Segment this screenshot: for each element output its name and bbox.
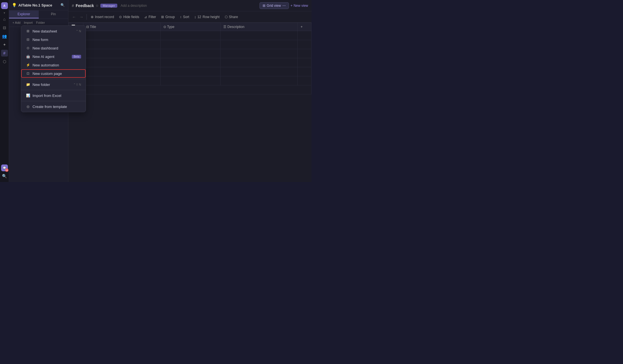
import-button[interactable]: Import [23,20,34,25]
sidebar-search-button[interactable]: 🔍 [60,2,65,8]
description-cell[interactable] [220,40,298,49]
hide-fields-button[interactable]: ⊙ Hide fields [117,14,141,20]
sidebar-tabs: Explorer Pin [9,10,68,19]
add-column-header[interactable]: + [298,23,312,31]
type-cell[interactable] [160,58,220,67]
toolbar-divider-1 [86,14,87,20]
beta-badge: Beta [72,55,81,58]
filter-button[interactable]: ⊿ Filter [142,14,158,20]
explore-icon[interactable]: ✦ [1,41,8,48]
icon-bar: A ▾ ⌂ ⊟ 👥 ✦ # ⬡ 💬 34 🔍 [0,0,9,182]
menu-item-new-ai-agent[interactable]: 🤖 New AI agent Beta [21,52,86,61]
description-cell[interactable] [220,31,298,40]
form-icon: ⊟ [26,37,30,42]
plus-icon: + [291,4,293,8]
filter-icon: ⊿ [144,15,147,19]
title-cell[interactable] [83,58,160,67]
title-column-header[interactable]: ⊟ Title [83,23,160,31]
menu-item-new-automation[interactable]: ⚡ New automation [21,61,86,69]
folder-button[interactable]: Folder [35,20,46,25]
menu-divider-1 [21,79,86,79]
sort-button[interactable]: ↕ Sort [178,14,191,20]
add-button[interactable]: + Add [11,20,21,25]
table-row: 6 [69,76,312,85]
search-icon-bottom[interactable]: 🔍 [1,173,8,179]
title-cell[interactable] [83,67,160,76]
redo-button[interactable]: → [78,14,85,20]
star-icon[interactable]: ☆ [96,4,99,8]
description-column-header[interactable]: ☰ Description [220,23,298,31]
datasheet-shortcut: ⌃N [76,29,81,33]
row-height-button[interactable]: ↨ 12 Row height [192,14,222,20]
menu-divider-3 [21,101,86,101]
create-template-label: Create from template [33,105,81,109]
hide-fields-label: Hide fields [123,15,139,19]
description-cell[interactable] [220,76,298,85]
add-row-cell[interactable]: + [69,85,312,94]
type-cell[interactable] [160,49,220,58]
title-cell[interactable] [83,76,160,85]
notification-icon[interactable]: 💬 34 [1,164,8,171]
type-cell[interactable] [160,67,220,76]
pin-tab[interactable]: Pin [39,10,68,18]
new-datasheet-label: New datasheet [33,29,73,33]
sort-icon: ↕ [180,15,181,19]
table-icon[interactable]: ⊟ [1,24,8,31]
menu-item-new-form[interactable]: ⊟ New form [21,35,86,44]
context-menu: ⊞ New datasheet ⌃N ⊟ New form ⊙ New dash… [21,25,86,112]
home-icon[interactable]: ⌂ [1,16,8,23]
type-cell[interactable] [160,40,220,49]
description-cell[interactable] [220,49,298,58]
type-cell[interactable] [160,31,220,40]
insert-record-button[interactable]: ⊕ Insert record [88,14,116,20]
table-title-area: # Feedback ☆ Manager [72,3,117,8]
menu-item-new-folder[interactable]: 📁 New folder ⌃⇧N [21,80,86,89]
table-row: 1 [69,31,312,40]
title-cell[interactable] [83,49,160,58]
menu-item-create-template[interactable]: ◎ Create from template [21,102,86,111]
grid-view-button[interactable]: ⊞ Grid view ⋯ [259,2,289,9]
share-button[interactable]: ⬡ Share [222,14,240,20]
group-button[interactable]: ⊞ Group [159,14,177,20]
collapse-icon[interactable]: ▾ [4,11,5,14]
excel-icon: 📊 [26,93,30,98]
top-header: # Feedback ☆ Manager Add a description ⊞… [68,0,312,11]
description-cell[interactable] [220,58,298,67]
menu-divider-2 [21,90,86,90]
folder-icon: 📁 [26,82,30,87]
menu-item-new-dashboard[interactable]: ⊙ New dashboard [21,44,86,52]
explorer-tab[interactable]: Explorer [9,10,39,18]
avatar-letter: A [3,4,6,7]
type-column-header[interactable]: ⊙ Type [160,23,220,31]
add-row-button[interactable]: + [69,86,311,94]
menu-item-import-excel[interactable]: 📊 Import from Excel [21,91,86,100]
table-description[interactable]: Add a description [121,4,147,8]
undo-button[interactable]: ← [71,14,77,20]
custom-page-icon: ⊡ [26,71,30,76]
menu-item-new-datasheet[interactable]: ⊞ New datasheet ⌃N [21,27,86,35]
description-cell[interactable] [220,67,298,76]
insert-record-label: Insert record [95,15,114,19]
sidebar-header: 💡 AITable No.1 Space 🔍 [9,0,68,10]
type-cell[interactable] [160,76,220,85]
title-cell[interactable] [83,31,160,40]
grid-view-more-icon[interactable]: ⋯ [282,4,286,8]
shield-icon[interactable]: ⬡ [1,58,8,65]
space-title: AITable No.1 Space [18,3,58,7]
grid-table: ⊟ Title ⊙ Type ☰ Description + 1 [68,23,312,94]
title-cell[interactable] [83,40,160,49]
desc-header-icon: ☰ Description [223,25,244,29]
new-view-button[interactable]: + New view [291,4,308,8]
user-avatar[interactable]: A [1,2,8,9]
share-label: Share [229,15,238,19]
database-icon[interactable]: # [1,50,8,57]
grid-view-label: Grid view [267,4,281,8]
sort-label: Sort [183,15,189,19]
table-row: 2 [69,40,312,49]
toolbar-nav: ← → [71,14,85,20]
toolbar: ← → ⊕ Insert record ⊙ Hide fields ⊿ Filt… [68,11,312,23]
row-height-icon: ↨ [194,15,196,19]
new-dashboard-label: New dashboard [33,46,81,50]
menu-item-new-custom-page[interactable]: ⊡ New custom page [21,69,86,78]
users-icon[interactable]: 👥 [1,33,8,40]
